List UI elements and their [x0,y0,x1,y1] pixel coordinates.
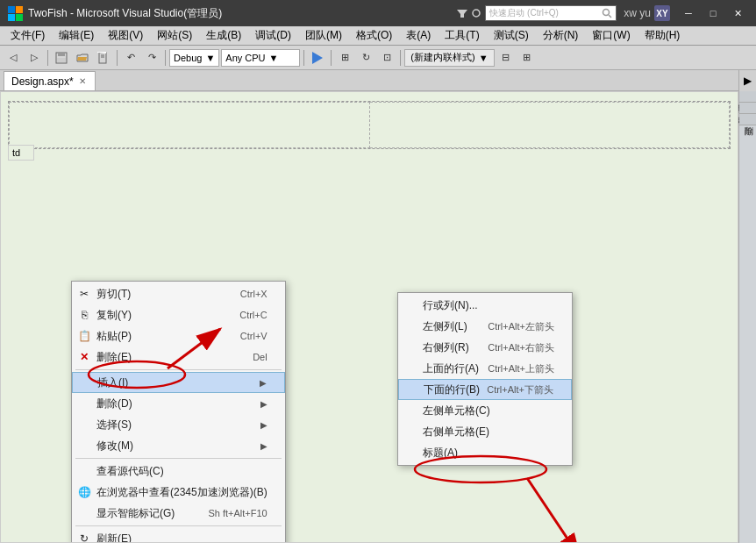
forward-button[interactable]: ▷ [25,48,44,68]
browser-icon: 🌐 [77,486,91,498]
tab-scroll-right[interactable]: ▶ [738,70,756,91]
ctx-paste[interactable]: 📋 粘贴(P) Ctrl+V [72,325,285,347]
cpu-dropdown[interactable]: Any CPU ▼ [221,49,300,67]
tab-bar: Design.aspx* ✕ ▶ [0,70,756,91]
ctx-view-browser-label: 在浏览器中查看(2345加速浏览器)(B) [96,485,267,500]
ctx-cut-label: 剪切(T) [96,287,131,302]
menu-window[interactable]: 窗口(W) [585,26,637,46]
ctx-delete-row-arrow: ▶ [260,399,267,409]
menu-team[interactable]: 团队(M) [298,26,349,46]
ctx-right-cell[interactable]: 右侧单元格(E) [398,421,572,442]
sidebar-panel-2[interactable]: 团解队决资方源案管理理理 [739,103,756,114]
toolbar-icon-c[interactable]: ⊡ [377,48,396,68]
menu-format[interactable]: 格式(O) [349,26,399,46]
tab-design-aspx[interactable]: Design.aspx* ✕ [4,71,96,90]
svg-point-6 [603,10,610,16]
ctx-delete-row[interactable]: 删除(D) ▶ [72,393,285,414]
title-filter-icon [457,8,467,18]
refresh-icon: ↻ [77,532,91,543]
toolbar-separator-1 [47,50,48,66]
context-menu-2: 行或列(N)... 左侧列(L) Ctrl+Alt+左箭头 右侧列(R) Ctr… [397,292,573,466]
menu-debug[interactable]: 调试(D) [248,26,298,46]
ctx-smart-tag-label: 显示智能标记(G) [96,506,175,521]
ctx-select[interactable]: 选择(S) ▶ [72,414,285,435]
ctx-select-arrow: ▶ [260,420,267,430]
minimize-button[interactable]: ─ [677,4,700,22]
menu-help[interactable]: 帮助(H) [638,26,688,46]
ctx-left-col[interactable]: 左侧列(L) Ctrl+Alt+左箭头 [398,316,572,337]
svg-marker-4 [457,10,467,18]
ctx-left-col-label: 左侧列(L) [423,319,467,334]
menu-table[interactable]: 表(A) [399,26,438,46]
ctx-insert[interactable]: 插入(I) ▶ [72,372,285,393]
menu-file[interactable]: 文件(F) [4,26,52,46]
ctx-modify-arrow: ▶ [260,441,267,451]
context-menu-1: ✂ 剪切(T) Ctrl+X ⎘ 复制(Y) Ctrl+C 📋 粘贴(P) Ct… [71,281,286,543]
ctx-above-row[interactable]: 上面的行(A) Ctrl+Alt+上箭头 [398,358,572,379]
sidebar-panel-1[interactable]: 需计求划测测试验验题题题 [739,91,756,103]
ctx-view-source[interactable]: 查看源代码(C) [72,461,285,482]
open-icon [76,52,89,64]
ctx-cut[interactable]: ✂ 剪切(T) Ctrl+X [72,283,285,304]
toolbar-layout-icon[interactable]: ⊟ [496,48,516,68]
toolbar-separator-6 [400,50,401,66]
svg-line-7 [609,15,611,18]
run-button[interactable] [308,48,327,68]
ctx-sep-2 [75,458,282,459]
svg-rect-13 [99,53,106,63]
ctx-delete-row-label: 删除(D) [96,397,132,411]
menu-build[interactable]: 生成(B) [199,26,248,46]
menu-edit[interactable]: 编辑(E) [52,26,101,46]
app-title: TwoFish - Microsoft Visual Studio(管理员) [28,6,457,21]
toolbar-open-icon[interactable] [73,48,92,68]
back-button[interactable]: ◁ [4,48,23,68]
ctx-refresh-label: 刷新(E) [96,532,132,544]
ctx-refresh[interactable]: ↻ 刷新(E) [72,528,285,543]
toolbar-grid-icon[interactable]: ⊞ [517,48,537,68]
cpu-dropdown-arrow: ▼ [269,53,279,63]
ctx-copy-shortcut: Ctrl+C [239,310,267,320]
menu-website[interactable]: 网站(S) [150,26,199,46]
svg-line-20 [527,478,580,542]
menu-analyze[interactable]: 分析(N) [536,26,586,46]
toolbar-new-icon[interactable] [94,48,113,68]
svg-rect-0 [8,6,15,13]
toolbar-undo-icon[interactable]: ↶ [121,48,140,68]
toolbar-redo-icon[interactable]: ↷ [142,48,161,68]
tab-design-aspx-close[interactable]: ✕ [77,76,88,86]
toolbar-separator-4 [303,50,304,66]
ctx-left-col-shortcut: Ctrl+Alt+左箭头 [488,320,554,333]
cut-icon: ✂ [77,288,91,300]
ctx-delete-x[interactable]: ✕ 删除(E) Del [72,347,285,368]
ctx-copy[interactable]: ⎘ 复制(Y) Ctrl+C [72,304,285,325]
window-controls: ─ □ ✕ [677,4,749,22]
ctx-right-col[interactable]: 右侧列(R) Ctrl+Alt+右箭头 [398,337,572,358]
ctx-above-row-shortcut: Ctrl+Alt+上箭头 [488,362,554,375]
close-button[interactable]: ✕ [726,4,749,22]
search-icon [602,8,612,18]
menu-test[interactable]: 测试(S) [487,26,536,46]
ctx-view-browser[interactable]: 🌐 在浏览器中查看(2345加速浏览器)(B) [72,482,285,503]
ctx-below-row[interactable]: 下面的行(B) Ctrl+Alt+下箭头 [398,379,572,400]
svg-line-16 [97,52,106,53]
ctx-modify-label: 修改(M) [96,439,133,454]
toolbar-save-icon[interactable] [52,48,71,68]
ctx-heading[interactable]: 标题(A) [398,442,572,463]
sidebar-panel-3[interactable]: 削除 [739,114,756,125]
menu-tools[interactable]: 工具(T) [438,26,486,46]
quick-search-box[interactable]: 快速启动 (Ctrl+Q) [485,5,617,21]
ctx-left-cell[interactable]: 左侧单元格(C) [398,400,572,421]
ctx-row-col[interactable]: 行或列(N)... [398,295,572,316]
menu-view[interactable]: 视图(V) [101,26,150,46]
ctx-modify[interactable]: 修改(M) ▶ [72,435,285,456]
user-name: xw yu [624,7,651,19]
ctx-smart-tag[interactable]: 显示智能标记(G) Sh ft+Alt+F10 [72,503,285,524]
new-inline-style-button[interactable]: (新建内联样式) ▼ [404,49,494,67]
maximize-button[interactable]: □ [702,4,724,22]
paste-icon: 📋 [77,330,91,342]
toolbar-icon-a[interactable]: ⊞ [335,48,354,68]
new-file-icon [97,52,110,64]
ctx-insert-label: 插入(I) [97,375,128,390]
toolbar-icon-b[interactable]: ↻ [356,48,375,68]
debug-dropdown[interactable]: Debug ▼ [169,49,219,67]
